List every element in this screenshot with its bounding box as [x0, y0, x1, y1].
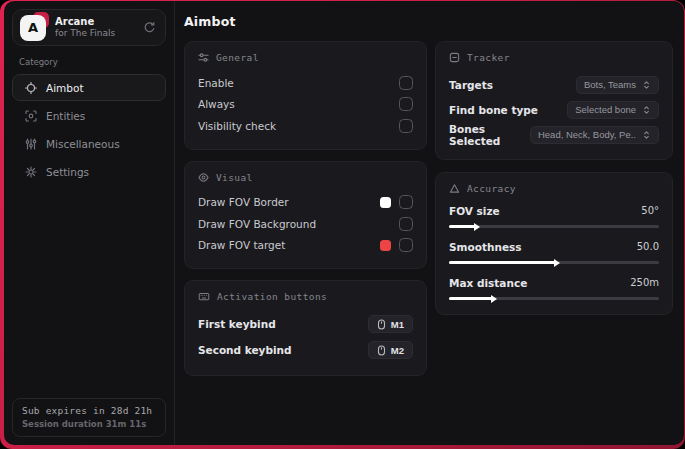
first-keybind-button[interactable]: M1	[368, 315, 413, 333]
fov-target-label: Draw FOV target	[198, 239, 285, 251]
setting-row-always: Always	[198, 94, 413, 116]
brand-title: Arcane	[55, 16, 115, 29]
fov-target-checkbox[interactable]	[399, 238, 413, 252]
smoothness-label: Smoothness	[449, 241, 522, 253]
app-window: A Arcane for The Finals Category	[4, 1, 684, 445]
setting-row-targets: Targets Bots, Teams	[449, 72, 659, 97]
fov-target-color-swatch[interactable]	[380, 240, 391, 251]
chevrons-up-down-icon	[642, 130, 651, 140]
sidebar-item-label: Entities	[46, 110, 85, 122]
setting-group-smoothness: Smoothness 50.0	[449, 239, 659, 264]
always-label: Always	[198, 98, 235, 110]
sidebar: A Arcane for The Finals Category	[4, 1, 175, 445]
visibility-check-label: Visibility check	[198, 120, 276, 132]
sidebar-item-label: Settings	[46, 166, 89, 178]
setting-group-fov-size: FOV size 50°	[449, 203, 659, 228]
category-label: Category	[19, 57, 174, 67]
eye-icon	[198, 172, 209, 183]
setting-row-bones-selected: Bones Selected Head, Neck, Body, Pe..	[449, 122, 659, 147]
sidebar-item-label: Aimbot	[46, 82, 84, 94]
sidebar-item-settings[interactable]: Settings	[12, 158, 166, 185]
find-bone-type-select[interactable]: Selected bone	[567, 101, 659, 119]
activation-card-title: Activation buttons	[217, 291, 327, 302]
sidebar-item-label: Miscellaneous	[46, 138, 120, 150]
scan-icon	[25, 110, 37, 122]
subscription-status: Sub expires in 28d 21h Session duration …	[12, 398, 166, 437]
sliders-icon	[198, 52, 209, 63]
session-duration-text: Session duration 31m 11s	[22, 419, 156, 429]
slider-thumb[interactable]	[491, 295, 497, 303]
enable-label: Enable	[198, 77, 234, 89]
targets-value: Bots, Teams	[584, 79, 636, 90]
setting-row-first-keybind: First keybind M1	[198, 311, 413, 337]
max-distance-label: Max distance	[449, 277, 527, 289]
fov-background-checkbox[interactable]	[399, 217, 413, 231]
find-bone-type-value: Selected bone	[575, 104, 636, 115]
slider-thumb[interactable]	[474, 223, 480, 231]
setting-group-max-distance: Max distance 250m	[449, 275, 659, 300]
triangle-icon	[449, 183, 460, 194]
targets-select[interactable]: Bots, Teams	[576, 76, 659, 94]
bones-selected-value: Head, Neck, Body, Pe..	[538, 129, 636, 140]
setting-row-enable: Enable	[198, 72, 413, 94]
main-content: Aimbot General	[175, 1, 684, 445]
tracker-card: Tracker Targets Bots, Teams	[435, 41, 673, 160]
setting-row-fov-background: Draw FOV Background	[198, 213, 413, 235]
visual-card: Visual Draw FOV Border Draw FOV Backgrou…	[184, 161, 427, 270]
bones-selected-label: Bones Selected	[449, 123, 530, 147]
sub-expiry-text: Sub expires in 28d 21h	[22, 405, 156, 416]
crosshair-icon	[25, 82, 37, 94]
second-keybind-label: Second keybind	[198, 344, 292, 356]
chevrons-up-down-icon	[642, 105, 651, 115]
fov-size-value: 50°	[641, 205, 659, 216]
smoothness-slider[interactable]	[449, 261, 659, 264]
general-card-title: General	[216, 52, 259, 63]
always-checkbox[interactable]	[399, 97, 413, 111]
setting-row-second-keybind: Second keybind M2	[198, 337, 413, 363]
fov-size-slider[interactable]	[449, 225, 659, 228]
frame-dash-icon	[449, 52, 460, 63]
brand-card: A Arcane for The Finals	[12, 9, 166, 46]
enable-checkbox[interactable]	[399, 76, 413, 90]
tracker-card-title: Tracker	[467, 52, 510, 63]
max-distance-value: 250m	[630, 277, 659, 288]
chevrons-up-down-icon	[642, 80, 651, 90]
accuracy-card-title: Accuracy	[467, 183, 516, 194]
slider-thumb[interactable]	[554, 259, 560, 267]
sidebar-nav: Aimbot Entities Mi	[12, 74, 166, 185]
window-frame: A Arcane for The Finals Category	[0, 0, 685, 449]
fov-border-color-swatch[interactable]	[380, 197, 391, 208]
sidebar-item-miscellaneous[interactable]: Miscellaneous	[12, 130, 166, 157]
sidebar-item-entities[interactable]: Entities	[12, 102, 166, 129]
smoothness-value: 50.0	[637, 241, 659, 252]
setting-row-find-bone-type: Find bone type Selected bone	[449, 97, 659, 122]
sidebar-item-aimbot[interactable]: Aimbot	[12, 74, 166, 101]
setting-row-visibility-check: Visibility check	[198, 115, 413, 137]
refresh-icon[interactable]	[143, 21, 156, 34]
mouse-icon	[377, 319, 386, 330]
general-card: General Enable Always Visibility check	[184, 41, 427, 150]
activation-card: Activation buttons First keybind M1	[184, 280, 427, 376]
visibility-check-checkbox[interactable]	[399, 119, 413, 133]
targets-label: Targets	[449, 79, 493, 91]
setting-row-fov-border: Draw FOV Border	[198, 192, 413, 214]
gear-icon	[25, 166, 37, 178]
logo-letter: A	[20, 15, 46, 41]
equalizer-icon	[25, 138, 37, 150]
page-title: Aimbot	[184, 14, 673, 29]
second-keybind-value: M2	[391, 345, 404, 356]
app-logo: A	[20, 15, 46, 41]
first-keybind-value: M1	[391, 319, 404, 330]
setting-row-fov-target: Draw FOV target	[198, 235, 413, 257]
fov-border-label: Draw FOV Border	[198, 196, 289, 208]
max-distance-slider[interactable]	[449, 297, 659, 300]
find-bone-type-label: Find bone type	[449, 104, 538, 116]
fov-size-label: FOV size	[449, 205, 500, 217]
fov-background-label: Draw FOV Background	[198, 218, 316, 230]
mouse-icon	[377, 345, 386, 356]
bones-selected-select[interactable]: Head, Neck, Body, Pe..	[530, 126, 659, 144]
keyboard-icon	[198, 291, 210, 302]
brand-subtitle: for The Finals	[55, 28, 115, 39]
fov-border-checkbox[interactable]	[399, 195, 413, 209]
second-keybind-button[interactable]: M2	[368, 341, 413, 359]
